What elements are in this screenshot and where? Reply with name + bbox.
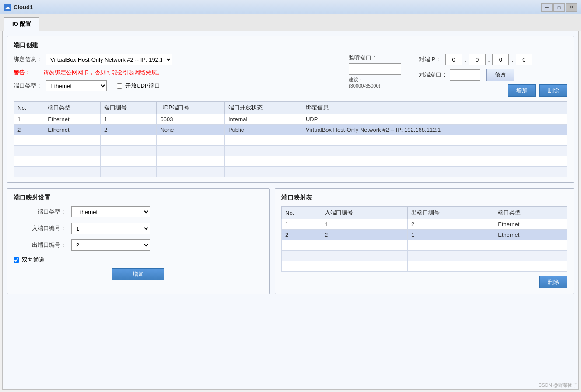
cell-type: Ethernet <box>44 125 101 135</box>
bottom-sections: 端口映射设置 端口类型： Ethernet UDP 入端口编号： 1 2 3 出… <box>7 188 574 299</box>
col-status: 端口开放状态 <box>224 102 302 114</box>
mt-cell-in: 1 <box>321 219 407 230</box>
ip-field-1[interactable] <box>469 54 486 65</box>
mapping-form: 端口类型： Ethernet UDP 入端口编号： 1 2 3 出端口编号： 1 <box>14 206 263 251</box>
col-no: No. <box>14 102 44 114</box>
form-left: 绑定信息： VirtualBox Host-Only Network #2 --… <box>14 54 340 97</box>
delete-mapping-button[interactable]: 删除 <box>539 276 567 288</box>
listen-port-label: 监听端口： <box>349 54 377 62</box>
mt-col-type: 端口类型 <box>494 206 567 219</box>
mt-col-out: 出端口编号 <box>408 206 494 219</box>
mapping-row[interactable]: 1 1 2 Ethernet <box>282 219 567 230</box>
maximize-button[interactable]: □ <box>553 3 565 12</box>
in-port-select[interactable]: 1 2 3 <box>71 223 150 234</box>
binding-row: 绑定信息： VirtualBox Host-Only Network #2 --… <box>14 54 340 65</box>
cell-no: 1 <box>14 114 44 125</box>
mt-col-no: No. <box>282 206 321 219</box>
port-type-select[interactable]: Ethernet UDP NullModem <box>46 80 107 91</box>
col-udp: UDP端口号 <box>157 102 224 114</box>
main-window: ☁ Cloud1 ─ □ ✕ IO 配置 端口创建 绑定信息： <box>0 0 581 392</box>
close-button[interactable]: ✕ <box>566 3 577 12</box>
warning-label: 警告： <box>14 69 40 77</box>
main-content: 端口创建 绑定信息： VirtualBox Host-Only Network … <box>2 31 579 390</box>
out-port-select[interactable]: 1 2 3 <box>71 239 150 251</box>
mt-cell-type: Ethernet <box>494 230 567 240</box>
udp-checkbox[interactable] <box>117 83 122 89</box>
port-type-label: 端口类型： <box>14 82 42 90</box>
mt-cell-in: 2 <box>321 230 407 240</box>
tab-bar: IO 配置 <box>0 14 581 31</box>
port-type-row: 端口类型： Ethernet UDP NullModem 开放UDP端口 <box>14 80 340 91</box>
table-row-empty <box>14 156 567 167</box>
bidirectional-label: 双向通道 <box>22 256 45 264</box>
ip-field-2[interactable] <box>492 54 509 65</box>
table-row-empty <box>14 135 567 146</box>
cell-status: Internal <box>224 114 302 125</box>
peer-ip-label: 对端IP： <box>419 56 443 63</box>
col-no2: 端口编号 <box>100 102 157 114</box>
warning-text: 请勿绑定公网网卡，否则可能会引起网络瘫痪。 <box>43 69 163 77</box>
col-binding: 绑定信息 <box>302 102 567 114</box>
peer-port-label: 对端端口： <box>419 71 447 79</box>
mt-cell-out: 1 <box>408 230 494 240</box>
binding-select[interactable]: VirtualBox Host-Only Network #2 -- IP: 1… <box>46 54 172 65</box>
cell-udp: 6603 <box>157 114 224 125</box>
mapping-type-select[interactable]: Ethernet UDP <box>71 206 150 217</box>
udp-checkbox-label: 开放UDP端口 <box>125 82 160 90</box>
mapping-type-label: 端口类型： <box>14 208 66 216</box>
peer-ip-row: 对端IP： . . . <box>419 54 567 65</box>
mapping-row-empty <box>282 261 567 272</box>
ip-field-3[interactable] <box>516 54 532 65</box>
port-mapping-title: 端口映射设置 <box>14 194 263 202</box>
mapping-table-title: 端口映射表 <box>281 194 567 202</box>
add-port-button[interactable]: 增加 <box>508 84 536 97</box>
mt-col-in: 入端口编号 <box>321 206 407 219</box>
delete-port-button[interactable]: 删除 <box>539 84 567 97</box>
port-table-container: No. 端口类型 端口编号 UDP端口号 端口开放状态 绑定信息 1 Ether… <box>14 101 567 177</box>
mapping-row-empty <box>282 240 567 251</box>
minimize-button[interactable]: ─ <box>541 3 553 12</box>
table-row-empty <box>14 146 567 156</box>
table-row[interactable]: 2 Ethernet 2 None Public VirtualBox Host… <box>14 125 567 135</box>
cell-no: 2 <box>14 125 44 135</box>
port-table: No. 端口类型 端口编号 UDP端口号 端口开放状态 绑定信息 1 Ether… <box>14 101 567 177</box>
cell-binding: VirtualBox Host-Only Network #2 -- IP: 1… <box>302 125 567 135</box>
action-buttons: 增加 删除 <box>419 84 567 97</box>
mapping-row[interactable]: 2 2 1 Ethernet <box>282 230 567 240</box>
port-creation-title: 端口创建 <box>14 42 567 49</box>
mapping-row-empty <box>282 251 567 261</box>
col-type: 端口类型 <box>44 102 101 114</box>
bidirectional-checkbox[interactable] <box>14 257 19 263</box>
mapping-delete-row: 删除 <box>281 276 567 288</box>
peer-port-input[interactable]: 0 <box>450 69 480 80</box>
peer-port-row: 对端端口： 0 修改 <box>419 69 567 81</box>
binding-label: 绑定信息： <box>14 56 42 63</box>
title-bar-left: ☁ Cloud1 <box>4 4 33 11</box>
cell-binding: UDP <box>302 114 567 125</box>
bidirectional-row: 双向通道 <box>14 256 263 264</box>
table-row[interactable]: 1 Ethernet 1 6603 Internal UDP <box>14 114 567 125</box>
warning-row: 警告： 请勿绑定公网网卡，否则可能会引起网络瘫痪。 <box>14 69 340 77</box>
mapping-add-row: 增加 <box>14 268 263 280</box>
modify-button[interactable]: 修改 <box>486 69 514 81</box>
port-creation-form: 绑定信息： VirtualBox Host-Only Network #2 --… <box>14 54 567 97</box>
mapping-table: No. 入端口编号 出端口编号 端口类型 1 1 2 Ethernet 2 2 … <box>281 206 567 272</box>
watermark: CSDN @野菜团子 <box>539 382 578 388</box>
title-bar: ☁ Cloud1 ─ □ ✕ <box>0 0 581 14</box>
table-row-empty <box>14 167 567 177</box>
app-icon: ☁ <box>4 4 11 11</box>
add-mapping-button[interactable]: 增加 <box>112 268 164 280</box>
tab-io-config[interactable]: IO 配置 <box>4 17 39 31</box>
mt-cell-no: 2 <box>282 230 321 240</box>
out-port-label: 出端口编号： <box>14 241 66 249</box>
udp-checkbox-row: 开放UDP端口 <box>117 82 160 90</box>
cell-type: Ethernet <box>44 114 101 125</box>
listen-port-input[interactable]: 30000 <box>349 63 401 75</box>
cell-status: Public <box>224 125 302 135</box>
ip-field-0[interactable] <box>445 54 462 65</box>
listen-port-panel: 监听端口： 30000 建议：(30000-35000) <box>349 54 410 97</box>
mt-cell-type: Ethernet <box>494 219 567 230</box>
listen-port-hint: 建议：(30000-35000) <box>349 77 380 88</box>
port-mapping-section: 端口映射设置 端口类型： Ethernet UDP 入端口编号： 1 2 3 出… <box>7 188 270 294</box>
title-buttons: ─ □ ✕ <box>541 3 577 12</box>
